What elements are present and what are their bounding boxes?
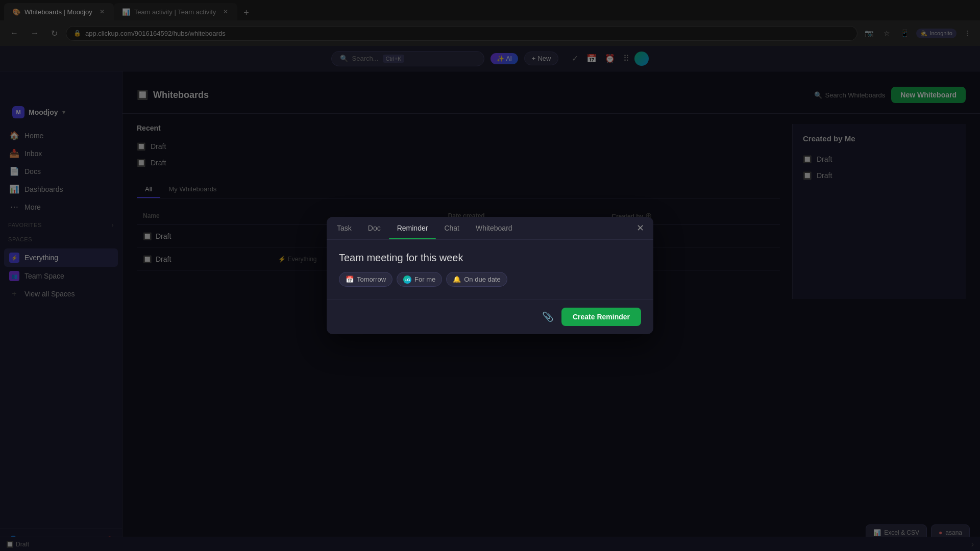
modal-footer: 📎 Create Reminder xyxy=(327,299,653,334)
for-me-chip-icon: LG xyxy=(403,275,411,284)
chip-tomorrow[interactable]: 📅 Tomorrow xyxy=(339,272,393,287)
modal-tabs: Task Doc Reminder Chat Whiteboard ✕ xyxy=(327,217,653,240)
chip-on-due-date-label: On due date xyxy=(464,276,501,283)
modal-overlay[interactable]: Task Doc Reminder Chat Whiteboard ✕ 📅 To… xyxy=(0,0,980,551)
modal-tab-reminder[interactable]: Reminder xyxy=(389,217,436,239)
chip-for-me[interactable]: LG For me xyxy=(397,272,442,287)
modal-tab-chat[interactable]: Chat xyxy=(436,217,468,239)
modal-chips: 📅 Tomorrow LG For me 🔔 On due date xyxy=(339,272,641,287)
chip-for-me-label: For me xyxy=(414,276,435,283)
chip-tomorrow-label: Tomorrow xyxy=(357,276,386,283)
create-reminder-button[interactable]: Create Reminder xyxy=(561,308,641,326)
reminder-title-input[interactable] xyxy=(339,252,641,264)
modal-tab-whiteboard[interactable]: Whiteboard xyxy=(468,217,521,239)
modal-tab-doc[interactable]: Doc xyxy=(360,217,389,239)
attach-button[interactable]: 📎 xyxy=(539,308,556,325)
calendar-chip-icon: 📅 xyxy=(346,276,354,283)
modal-tab-task[interactable]: Task xyxy=(329,217,360,239)
modal-body: 📅 Tomorrow LG For me 🔔 On due date xyxy=(327,240,653,299)
chip-on-due-date[interactable]: 🔔 On due date xyxy=(446,272,507,287)
bell-chip-icon: 🔔 xyxy=(453,276,461,283)
modal: Task Doc Reminder Chat Whiteboard ✕ 📅 To… xyxy=(327,217,653,335)
modal-close-button[interactable]: ✕ xyxy=(629,218,651,238)
